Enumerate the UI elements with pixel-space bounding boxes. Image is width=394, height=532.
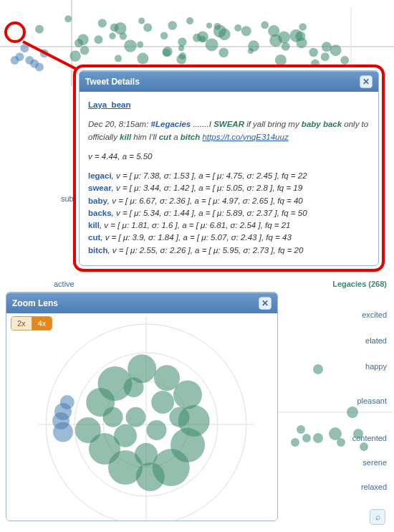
svg-point-85 xyxy=(126,407,146,427)
svg-point-94 xyxy=(52,412,69,429)
svg-point-60 xyxy=(110,23,119,32)
zoom-4x-button[interactable]: 4x xyxy=(32,317,52,330)
svg-point-4 xyxy=(115,55,122,62)
tweet-hashtag[interactable]: #Legacies xyxy=(151,120,191,128)
zoom-2x-button[interactable]: 2x xyxy=(11,317,32,330)
svg-point-36 xyxy=(160,32,168,39)
svg-point-6 xyxy=(206,38,218,51)
subdued-label: sub xyxy=(61,194,74,203)
svg-point-84 xyxy=(147,420,167,440)
svg-point-33 xyxy=(64,15,72,22)
zoom-lens-panel: Zoom Lens ✕ 2x 4x xyxy=(6,292,278,521)
svg-point-103 xyxy=(297,425,305,434)
svg-point-57 xyxy=(309,48,318,57)
svg-point-102 xyxy=(313,433,323,443)
svg-point-23 xyxy=(40,49,49,57)
tweet-details-highlight: Tweet Details ✕ Laya_bean Dec 20, 8:15am… xyxy=(73,65,385,272)
svg-point-98 xyxy=(347,407,358,418)
svg-point-56 xyxy=(206,23,212,29)
word-stat-row: kill, v = [ μ: 1.81, σ: 1.6 ], a = [ μ: … xyxy=(88,219,370,232)
close-icon[interactable]: ✕ xyxy=(259,297,272,310)
word-stat-row: swear, v = [ μ: 3.44, σ: 1.42 ], a = [ μ… xyxy=(88,182,370,194)
svg-point-62 xyxy=(289,29,302,42)
svg-point-34 xyxy=(234,24,241,32)
svg-point-58 xyxy=(178,45,184,51)
tweet-details-body: Laya_bean Dec 20, 8:15am: #Legacies ....… xyxy=(80,92,378,265)
svg-point-90 xyxy=(135,443,158,466)
svg-point-47 xyxy=(120,32,127,39)
svg-point-53 xyxy=(248,40,259,52)
svg-point-59 xyxy=(138,18,145,24)
svg-point-37 xyxy=(163,49,170,57)
svg-point-82 xyxy=(154,365,180,391)
tweet-details-title: Tweet Details xyxy=(85,77,140,87)
tweet-timestamp: Dec 20, 8:15am xyxy=(88,120,146,128)
svg-point-16 xyxy=(95,35,103,44)
word-stat-row: legaci, v = [ μ: 7.38, σ: 1.53 ], a = [ … xyxy=(88,170,370,182)
svg-point-48 xyxy=(109,32,116,39)
svg-point-104 xyxy=(337,438,345,447)
svg-point-30 xyxy=(168,21,177,30)
svg-point-29 xyxy=(186,17,193,24)
svg-point-7 xyxy=(35,25,44,34)
svg-point-51 xyxy=(124,39,137,52)
svg-point-12 xyxy=(241,26,251,36)
tweet-details-panel: Tweet Details ✕ Laya_bean Dec 20, 8:15am… xyxy=(79,70,379,266)
svg-point-64 xyxy=(214,23,221,30)
svg-point-106 xyxy=(302,434,311,442)
svg-point-8 xyxy=(137,53,148,65)
word-stat-row: cut, v = [ μ: 3.9, σ: 1.84 ], a = [ μ: 5… xyxy=(88,232,370,244)
tweet-text: Dec 20, 8:15am: #Legacies .......I SWEAR… xyxy=(88,118,370,143)
svg-point-63 xyxy=(197,32,208,43)
zoom-lens-header: Zoom Lens ✕ xyxy=(6,293,277,313)
svg-point-44 xyxy=(178,37,186,46)
tweet-scores: v = 4.44, a = 5.50 xyxy=(88,151,370,163)
svg-point-87 xyxy=(151,391,174,414)
bottom-plot-area: active Legacies (268) Zoom Lens ✕ 2x 4x … xyxy=(0,276,394,531)
word-stat-row: backs, v = [ μ: 5.34, σ: 1.44 ], a = [ μ… xyxy=(88,207,370,219)
tweet-url[interactable]: https://t.co/ynqE314uuz xyxy=(202,133,288,141)
svg-point-88 xyxy=(169,407,189,427)
svg-point-24 xyxy=(30,60,39,68)
svg-point-95 xyxy=(60,395,75,409)
word-stat-row: baby, v = [ μ: 6.67, σ: 2.36 ], a = [ μ:… xyxy=(88,195,370,207)
svg-point-15 xyxy=(143,23,152,32)
svg-point-55 xyxy=(137,42,143,48)
zoom-lens-title: Zoom Lens xyxy=(12,298,58,308)
svg-point-52 xyxy=(268,25,279,37)
search-icon[interactable]: ⌕ xyxy=(370,509,385,525)
word-stat-row: bitch, v = [ μ: 2.55, σ: 2.26 ], a = [ μ… xyxy=(88,244,370,257)
svg-point-39 xyxy=(69,51,81,62)
zoom-level-toggle: 2x 4x xyxy=(11,316,52,331)
svg-point-18 xyxy=(340,56,349,65)
word-stats-list: legaci, v = [ μ: 7.38, σ: 1.53 ], a = [ … xyxy=(88,170,370,257)
right-scatter-svg xyxy=(278,305,393,520)
svg-point-26 xyxy=(98,19,107,27)
svg-point-86 xyxy=(114,424,137,447)
svg-point-20 xyxy=(20,44,29,52)
svg-point-65 xyxy=(330,44,342,56)
svg-point-50 xyxy=(179,52,186,60)
tweet-details-header: Tweet Details ✕ xyxy=(80,71,378,92)
close-icon[interactable]: ✕ xyxy=(360,75,373,88)
svg-point-46 xyxy=(77,34,89,45)
svg-point-17 xyxy=(321,52,330,61)
series-legend-legacies[interactable]: Legacies (268) xyxy=(332,280,387,288)
svg-point-25 xyxy=(11,56,19,65)
svg-point-97 xyxy=(313,364,323,374)
callout-circle xyxy=(4,22,26,43)
svg-point-91 xyxy=(124,377,144,397)
zoom-lens-body[interactable]: 2x 4x xyxy=(6,313,277,521)
active-axis-label: active xyxy=(54,280,75,288)
svg-point-40 xyxy=(299,23,307,31)
svg-point-28 xyxy=(218,48,229,58)
svg-point-54 xyxy=(261,22,269,29)
svg-point-32 xyxy=(80,46,90,55)
svg-point-99 xyxy=(353,429,363,439)
svg-point-13 xyxy=(282,42,290,51)
tweet-user-link[interactable]: Laya_bean xyxy=(88,99,130,111)
svg-point-100 xyxy=(360,442,368,451)
zoom-lens-svg xyxy=(6,313,278,521)
svg-point-89 xyxy=(103,407,123,427)
svg-point-105 xyxy=(291,438,299,447)
